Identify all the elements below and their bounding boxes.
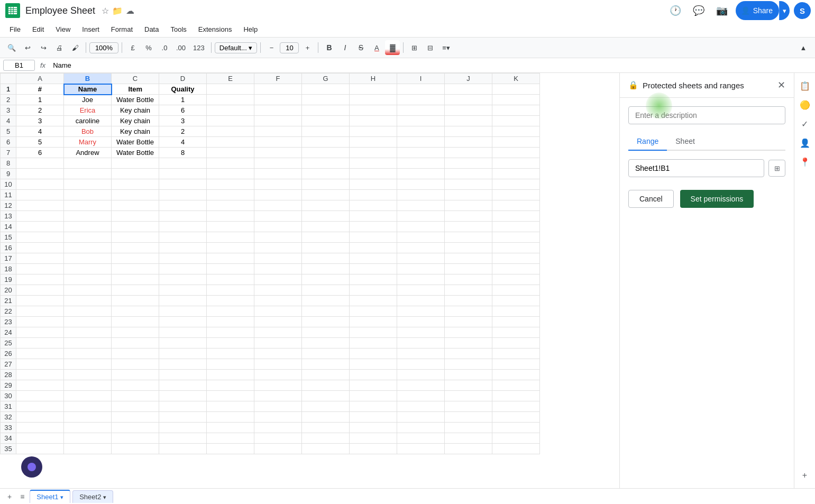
- sheet1-dropdown-icon[interactable]: ▾: [60, 494, 63, 500]
- cell-c5[interactable]: Key chain: [112, 126, 159, 137]
- range-grid-icon[interactable]: ⊞: [768, 160, 785, 177]
- sheet-tab-sheet1[interactable]: Sheet1 ▾: [30, 490, 70, 503]
- cancel-button[interactable]: Cancel: [628, 190, 674, 208]
- font-size-input[interactable]: 10: [280, 42, 299, 53]
- add-sheet-button[interactable]: +: [4, 491, 15, 502]
- tab-range[interactable]: Range: [628, 133, 667, 151]
- record-button[interactable]: [21, 456, 42, 478]
- more-options-button[interactable]: ▲: [796, 40, 811, 55]
- share-dropdown[interactable]: ▾: [779, 1, 790, 20]
- print-button[interactable]: 🖨: [52, 40, 67, 55]
- sheet-container[interactable]: A B C D E F G H I J K: [0, 73, 619, 488]
- cell-d2[interactable]: 1: [159, 95, 207, 105]
- col-header-f[interactable]: F: [254, 74, 302, 84]
- cell-c7[interactable]: Water Bottle: [112, 148, 159, 158]
- side-contacts-icon[interactable]: 👤: [796, 134, 813, 151]
- col-header-b[interactable]: B: [64, 74, 112, 84]
- cell-d3[interactable]: 6: [159, 105, 207, 116]
- sheet2-dropdown-icon[interactable]: ▾: [103, 494, 106, 500]
- search-button[interactable]: 🔍: [4, 40, 19, 55]
- col-header-c[interactable]: C: [112, 74, 159, 84]
- cell-k1[interactable]: [492, 84, 540, 95]
- cell-a1[interactable]: #: [16, 84, 64, 95]
- side-tasks-icon[interactable]: ✓: [796, 115, 813, 132]
- history-icon[interactable]: 🕐: [666, 1, 685, 20]
- cell-b4[interactable]: caroline: [64, 116, 112, 126]
- cell-a2[interactable]: 1: [16, 95, 64, 105]
- cell-a3[interactable]: 2: [16, 105, 64, 116]
- cell-a7[interactable]: 6: [16, 148, 64, 158]
- side-add-icon[interactable]: +: [796, 467, 813, 484]
- cell-c2[interactable]: Water Bottle: [112, 95, 159, 105]
- highlight-button[interactable]: ▓: [385, 40, 400, 55]
- cell-a4[interactable]: 3: [16, 116, 64, 126]
- menu-tools[interactable]: Tools: [165, 23, 191, 35]
- cell-b1[interactable]: Name: [64, 84, 112, 95]
- menu-data[interactable]: Data: [139, 23, 164, 35]
- cell-b5[interactable]: Bob: [64, 126, 112, 137]
- cell-f1[interactable]: [254, 84, 302, 95]
- cell-reference[interactable]: B1: [3, 60, 35, 71]
- bold-button[interactable]: B: [322, 40, 336, 55]
- cell-b2[interactable]: Joe: [64, 95, 112, 105]
- cell-d1[interactable]: Quality: [159, 84, 207, 95]
- cell-e1[interactable]: [207, 84, 254, 95]
- redo-button[interactable]: ↪: [36, 40, 51, 55]
- italic-button[interactable]: I: [337, 40, 352, 55]
- col-header-k[interactable]: K: [492, 74, 540, 84]
- cell-c1[interactable]: Item: [112, 84, 159, 95]
- col-header-e[interactable]: E: [207, 74, 254, 84]
- cell-b6[interactable]: Marry: [64, 137, 112, 148]
- col-header-g[interactable]: G: [302, 74, 350, 84]
- sheet-tab-sheet2[interactable]: Sheet2 ▾: [72, 490, 113, 503]
- borders-button[interactable]: ⊞: [407, 40, 422, 55]
- folder-icon[interactable]: 📁: [112, 6, 123, 16]
- menu-extensions[interactable]: Extensions: [193, 23, 237, 35]
- menu-edit[interactable]: Edit: [27, 23, 49, 35]
- col-header-d[interactable]: D: [159, 74, 207, 84]
- side-notes-icon[interactable]: 🟡: [796, 96, 813, 113]
- cell-j1[interactable]: [445, 84, 492, 95]
- decrease-decimal-button[interactable]: .0: [157, 40, 172, 55]
- align-button[interactable]: ≡▾: [438, 40, 453, 55]
- percent-button[interactable]: %: [141, 40, 156, 55]
- cell-i1[interactable]: [397, 84, 445, 95]
- menu-insert[interactable]: Insert: [77, 23, 105, 35]
- cell-d6[interactable]: 4: [159, 137, 207, 148]
- cell-a5[interactable]: 4: [16, 126, 64, 137]
- format-123-button[interactable]: 123: [190, 40, 208, 55]
- cell-c6[interactable]: Water Bottle: [112, 137, 159, 148]
- share-button-group[interactable]: 👤 Share ▾: [736, 1, 790, 20]
- set-permissions-button[interactable]: Set permissions: [680, 190, 754, 208]
- menu-format[interactable]: Format: [106, 23, 138, 35]
- menu-view[interactable]: View: [50, 23, 76, 35]
- cell-e2[interactable]: [207, 95, 254, 105]
- close-panel-button[interactable]: ✕: [777, 79, 785, 91]
- increase-decimal-button[interactable]: .00: [173, 40, 189, 55]
- star-icon[interactable]: ☆: [102, 6, 109, 16]
- col-header-h[interactable]: H: [350, 74, 397, 84]
- cell-d4[interactable]: 3: [159, 116, 207, 126]
- currency-button[interactable]: £: [125, 40, 140, 55]
- zoom-display[interactable]: 100%: [89, 42, 118, 53]
- tab-sheet[interactable]: Sheet: [667, 133, 703, 151]
- range-input[interactable]: [628, 159, 764, 177]
- merge-button[interactable]: ⊟: [423, 40, 437, 55]
- col-header-i[interactable]: I: [397, 74, 445, 84]
- decrease-font-button[interactable]: −: [264, 40, 279, 55]
- cell-d5[interactable]: 2: [159, 126, 207, 137]
- menu-help[interactable]: Help: [238, 23, 263, 35]
- cell-h1[interactable]: [350, 84, 397, 95]
- undo-button[interactable]: ↩: [20, 40, 35, 55]
- cell-a6[interactable]: 5: [16, 137, 64, 148]
- menu-file[interactable]: File: [4, 23, 26, 35]
- cell-d7[interactable]: 8: [159, 148, 207, 158]
- formula-input[interactable]: [51, 60, 812, 70]
- comment-icon[interactable]: 💬: [689, 1, 708, 20]
- paint-format-button[interactable]: 🖌: [68, 40, 83, 55]
- col-header-j[interactable]: J: [445, 74, 492, 84]
- description-input[interactable]: [628, 106, 785, 124]
- share-button[interactable]: 👤 Share: [736, 1, 779, 20]
- side-explore-icon[interactable]: 📋: [796, 77, 813, 94]
- cloud-icon[interactable]: ☁: [126, 6, 134, 16]
